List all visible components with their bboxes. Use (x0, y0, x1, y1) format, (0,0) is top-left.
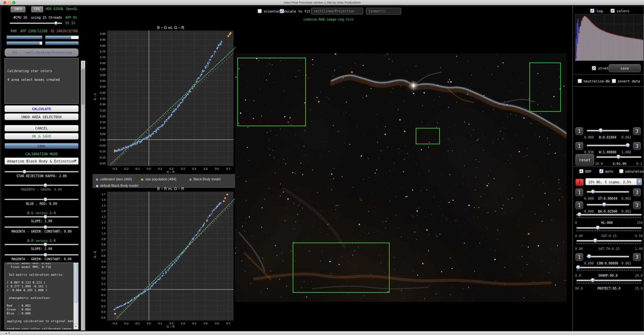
w-slider-handle[interactable] (626, 143, 630, 147)
area-select-box-3[interactable] (416, 128, 440, 144)
invert-data-checkbox[interactable] (612, 79, 616, 83)
w-step3-button[interactable]: 3 (633, 142, 641, 150)
ba-step1-button[interactable]: 1 (575, 201, 583, 209)
b-slider-handle[interactable] (599, 128, 603, 132)
area-select-box-4[interactable] (293, 243, 390, 293)
con-slider[interactable] (587, 256, 629, 257)
projection-select[interactable]: rectilinearProjection (311, 8, 363, 14)
b-step1-button[interactable]: 1 (575, 127, 583, 135)
protect-values: 00.0PROTECT:05.025.0 (575, 287, 643, 290)
invert-data-label: invert data (618, 79, 640, 83)
slider-label: STAR REJECTION KAPPA: 2.00 (5, 174, 79, 178)
b-step3-button[interactable]: 3 (633, 127, 641, 135)
memory-bar-handle[interactable] (39, 42, 43, 45)
slope-slider[interactable] (5, 216, 79, 217)
bg-preset-select[interactable]: 15% BG, 3 sigma, 2,5% base (585, 178, 637, 185)
sharp-slider-handle[interactable] (576, 265, 580, 269)
ba-slider[interactable] (587, 204, 629, 206)
stretch-checkbox[interactable] (592, 66, 596, 70)
slider-handle[interactable] (43, 215, 47, 219)
plot1-canvas (92, 30, 235, 174)
console-scroll-down-icon[interactable]: ▼ (74, 324, 78, 329)
calibration-mode-select[interactable]: Adaptive Black Body & Extinction (5, 158, 79, 165)
magenta-green-constant-slider[interactable] (5, 226, 79, 228)
sat-min: 0.00 (575, 234, 583, 238)
working-path-field[interactable]: /Us.. .rwell/Desktop/Processing (5, 48, 79, 57)
w-slider[interactable] (587, 145, 629, 146)
bg-preset-arrow[interactable] (637, 178, 642, 185)
ddp-checkbox[interactable] (579, 169, 583, 173)
ok-save-button[interactable]: OK & SAVE (5, 133, 79, 139)
star-rejection-kappa-slider[interactable] (5, 171, 79, 172)
slider-handle[interactable] (43, 253, 47, 257)
panel-scrollbar[interactable]: ▲ ▼ (81, 61, 85, 330)
st-step3-button[interactable]: 3 (633, 188, 641, 196)
auto-label: auto (605, 169, 613, 173)
image-viewer[interactable] (235, 53, 567, 302)
neutralize-bg-checkbox[interactable] (578, 79, 582, 83)
w-step1-button[interactable]: 1 (575, 142, 583, 150)
orientation-checkbox[interactable] (258, 9, 262, 13)
slope-slider[interactable] (5, 244, 79, 245)
hl-slider[interactable] (576, 214, 642, 215)
sat-slider-handle[interactable] (596, 225, 600, 230)
protect-slider[interactable] (576, 280, 642, 281)
console-line (7, 269, 78, 273)
app-cpu-percent: APP 0% (65, 16, 77, 19)
blue-red-slider[interactable] (5, 199, 79, 200)
console-line: atmospheric extinction: (7, 296, 78, 300)
magenta-green-slider[interactable] (5, 185, 79, 186)
slider-handle[interactable] (43, 183, 47, 187)
con-step3-button[interactable]: 3 (633, 253, 641, 261)
bottom-scroll-arrows[interactable]: ▲ ▼ (5, 332, 10, 334)
stretch-function-select[interactable]: linear(l) (366, 8, 401, 14)
slider-handle[interactable] (43, 197, 47, 201)
console-line: sending star color calibrated image to (7, 327, 78, 330)
sat-th-ruler (576, 243, 642, 244)
sat-th-slider-handle[interactable] (593, 238, 597, 243)
scale-to-fit-checkbox[interactable] (280, 9, 284, 13)
panel-scroll-up-icon[interactable]: ▲ (81, 61, 85, 64)
b-slider[interactable] (587, 130, 629, 131)
help-button[interactable]: ? (575, 179, 584, 186)
plot1-title: B – G vs. G – R (107, 25, 234, 30)
calculate-button[interactable]: CALCULATE (5, 105, 79, 112)
log-checkbox[interactable] (590, 9, 594, 13)
tab-cfg[interactable]: CFG (31, 6, 43, 12)
con-step1-button[interactable]: 1 (575, 253, 583, 261)
slider-label: MAGENTA - GREEN: CONSTANT: 0.00 (5, 257, 79, 261)
st-step1-button[interactable]: 1 (575, 188, 583, 196)
protect-slider-handle[interactable] (591, 278, 595, 282)
panel-scrollbar-thumb[interactable] (81, 69, 85, 105)
console-scrollbar-thumb[interactable] (74, 263, 78, 303)
reset-button[interactable]: reset (575, 154, 594, 166)
sat-slider[interactable] (576, 227, 642, 229)
panel-scroll-down-icon[interactable]: ▼ (81, 64, 85, 68)
g-slider[interactable] (596, 156, 641, 158)
bottom-scrollbar[interactable]: ▲ ▼ (0, 331, 644, 335)
tab-info[interactable]: INFO (11, 6, 25, 12)
saturation-checkbox[interactable] (619, 169, 623, 173)
colors-checkbox[interactable] (611, 9, 615, 13)
threads-slider-handle[interactable] (54, 21, 58, 25)
auto-checkbox[interactable] (599, 169, 603, 173)
console-scrollbar[interactable]: ▼ (73, 263, 78, 329)
cancel-button[interactable]: CANCEL (5, 125, 79, 131)
area-select-box-1[interactable] (237, 58, 306, 126)
sharp-slider[interactable] (576, 267, 642, 268)
ba-values: 0.000BA:0.025000.062 (584, 210, 631, 213)
magenta-green-constant-slider[interactable] (5, 254, 79, 255)
undo-area-selectbox-button[interactable]: UNDO AREA SELECTBOX (5, 113, 79, 120)
con-slider-handle[interactable] (587, 254, 591, 258)
slider-handle[interactable] (23, 170, 26, 174)
console-line (7, 277, 78, 281)
ba-step3-button[interactable]: 3 (633, 201, 641, 209)
threads-slider[interactable] (10, 23, 62, 24)
save-button[interactable]: save (609, 64, 641, 72)
slider-handle[interactable] (43, 225, 47, 229)
plot1-ylabel: B – G (93, 87, 97, 106)
sat-th-slider[interactable] (576, 240, 642, 242)
area-select-box-2[interactable] (529, 62, 561, 112)
slider-handle[interactable] (43, 243, 47, 246)
g-slider-handle[interactable] (616, 155, 620, 159)
